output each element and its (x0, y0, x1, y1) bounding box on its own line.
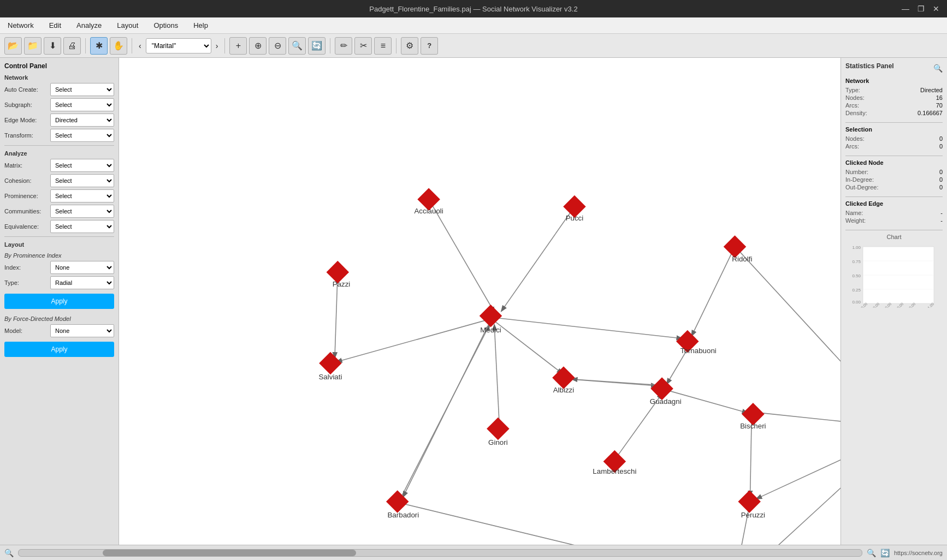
horizontal-scrollbar[interactable] (18, 549, 862, 557)
menu-options[interactable]: Options (150, 20, 181, 31)
matrix-label: Matrix: (4, 162, 48, 169)
prev-network-button[interactable]: ‹ (137, 39, 144, 52)
svg-text:Barbadori: Barbadori (387, 511, 419, 519)
svg-text:1.00: 1.00 (852, 245, 861, 250)
svg-text:Acciauoli: Acciauoli (414, 207, 443, 215)
open-file-button[interactable]: 📂 (4, 37, 22, 55)
next-network-button[interactable]: › (214, 39, 221, 52)
sel-nodes-value: 0 (939, 135, 943, 142)
communities-select[interactable]: Select (50, 205, 114, 218)
svg-text:Guadagni: Guadagni (650, 397, 682, 406)
canvas-area[interactable]: Acciauoli Pucci Ridolfi Pazzi Medici Tor… (119, 58, 841, 545)
settings-button[interactable]: ⚙ (401, 37, 418, 55)
clicked-node-label: Clicked Node (845, 159, 943, 166)
svg-line-13 (757, 432, 841, 498)
arcs-stat-row: Arcs: 70 (845, 102, 943, 109)
menu-analyze[interactable]: Analyze (73, 20, 105, 31)
pointer-tool-button[interactable]: ✱ (90, 37, 108, 55)
svg-text:Salviati: Salviati (318, 373, 342, 381)
hand-tool-button[interactable]: ✋ (110, 37, 127, 55)
apply-prominence-button[interactable]: Apply (4, 294, 114, 309)
svg-line-6 (494, 321, 562, 373)
menu-edit[interactable]: Edit (46, 20, 64, 31)
equivalence-select[interactable]: Select (50, 220, 114, 233)
network-dropdown[interactable]: "Marital" (146, 38, 211, 53)
out-degree-label: Out-Degree: (845, 184, 879, 190)
menu-network[interactable]: Network (4, 20, 37, 31)
titlebar: Padgett_Florentine_Families.paj — Social… (0, 0, 947, 17)
control-panel-title: Control Panel (4, 62, 114, 70)
in-degree-row: In-Degree: 0 (845, 176, 943, 183)
magnify-icon[interactable]: 🔍 (933, 64, 943, 73)
toolbar-separator-1 (85, 38, 86, 53)
print-button[interactable]: 🖨 (63, 37, 81, 55)
apply-force-button[interactable]: Apply (4, 342, 114, 357)
density-stat-value: 0.166667 (918, 110, 943, 116)
edge-mode-row: Edge Mode: Directed Undirected (4, 114, 114, 127)
zoom-out-bottom-icon[interactable]: 🔍 (4, 549, 14, 557)
nodes-group[interactable]: Acciauoli Pucci Ridolfi Pazzi Medici Tor… (318, 188, 841, 545)
draw-edge-button[interactable]: ✏ (335, 37, 352, 55)
minimize-button[interactable]: — (900, 4, 911, 13)
clicked-edge-label: Clicked Edge (845, 200, 943, 207)
divider-2 (4, 236, 114, 237)
svg-rect-36 (650, 377, 673, 400)
type-select[interactable]: Radial Circular (50, 276, 114, 289)
density-stat-row: Density: 0.166667 (845, 109, 943, 117)
network-section-label: Network (4, 74, 114, 81)
refresh-bottom-icon[interactable]: 🔄 (880, 549, 890, 557)
density-stat-label: Density: (845, 110, 867, 116)
chart-area: Chart 1.00 0.75 0.50 0.25 0.00 0.00 0.00… (845, 234, 943, 309)
add-node-button[interactable]: + (229, 37, 247, 55)
transform-select[interactable]: Select (50, 129, 114, 142)
help-button[interactable]: ? (421, 37, 438, 55)
edge-mode-select[interactable]: Directed Undirected (50, 114, 114, 127)
filter-button[interactable]: ≡ (374, 37, 392, 55)
toolbar-separator-5 (396, 38, 396, 53)
type-row: Type: Radial Circular (4, 276, 114, 289)
restore-button[interactable]: ❐ (915, 4, 926, 13)
svg-text:0.75: 0.75 (852, 259, 861, 264)
model-row: Model: None (4, 324, 114, 337)
open-folder-button[interactable]: 📁 (24, 37, 42, 55)
sel-nodes-row: Nodes: 0 (845, 135, 943, 142)
svg-line-16 (403, 504, 725, 545)
close-button[interactable]: ✕ (931, 4, 942, 13)
model-label: Model: (4, 327, 48, 334)
prominence-index-section-label: By Prominence Index (4, 252, 114, 259)
clicked-node-section: Clicked Node Number: 0 In-Degree: 0 Out-… (845, 159, 943, 191)
svg-line-3 (738, 251, 841, 423)
prominence-select[interactable]: Select (50, 189, 114, 202)
menu-layout[interactable]: Layout (114, 20, 141, 31)
index-select[interactable]: None (50, 261, 114, 274)
cut-button[interactable]: ✂ (354, 37, 372, 55)
in-degree-value: 0 (939, 176, 943, 183)
subgraph-select[interactable]: Select (50, 98, 114, 111)
cohesion-select[interactable]: Select (50, 174, 114, 187)
menu-help[interactable]: Help (190, 20, 211, 31)
toolbar: 📂 📁 ⬇ 🖨 ✱ ✋ ‹ "Marital" › + ⊕ ⊖ 🔍 🔄 ✏ ✂ … (0, 34, 947, 58)
svg-text:Albizzi: Albizzi (553, 386, 575, 394)
download-button[interactable]: ⬇ (44, 37, 61, 55)
model-select[interactable]: None (50, 324, 114, 337)
zoom-in-button[interactable]: ⊕ (249, 37, 267, 55)
refresh-button[interactable]: 🔄 (308, 37, 325, 55)
edges-group (335, 199, 841, 545)
svg-line-1 (502, 207, 575, 311)
stats-divider-2 (845, 156, 943, 156)
prominence-row: Prominence: Select (4, 189, 114, 202)
zoom-out-button[interactable]: ⊖ (269, 37, 286, 55)
edge-name-value: - (940, 210, 943, 216)
matrix-select[interactable]: Select (50, 159, 114, 172)
auto-create-select[interactable]: Select (50, 83, 114, 96)
fit-button[interactable]: 🔍 (288, 37, 306, 55)
transform-row: Transform: Select (4, 129, 114, 142)
bottombar: 🔍 🔍 🔄 https://socnetv.org (0, 545, 947, 560)
sel-arcs-value: 0 (939, 143, 943, 150)
zoom-in-bottom-icon[interactable]: 🔍 (867, 549, 876, 557)
network-graph: Acciauoli Pucci Ridolfi Pazzi Medici Tor… (119, 58, 841, 545)
svg-text:Ginori: Ginori (488, 438, 508, 446)
svg-rect-50 (738, 490, 761, 513)
cohesion-label: Cohesion: (4, 177, 48, 184)
svg-line-5 (498, 318, 682, 338)
